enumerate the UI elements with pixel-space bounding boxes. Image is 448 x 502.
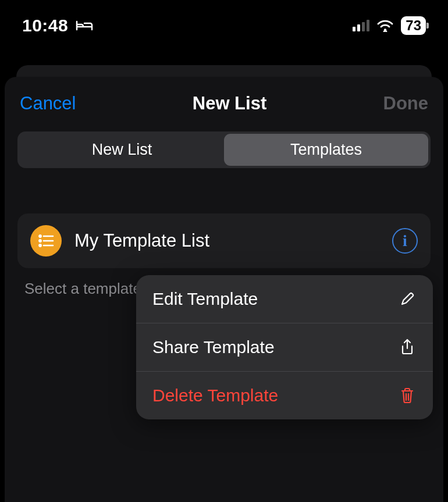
menu-label-edit: Edit Template	[152, 289, 258, 309]
context-menu: Edit Template Share Template Delete Temp…	[136, 275, 433, 419]
battery-level: 73	[406, 17, 421, 33]
menu-label-share: Share Template	[152, 337, 275, 357]
list-icon	[30, 225, 62, 257]
status-time: 10:48	[22, 16, 68, 35]
nav-bar: Cancel New List Done	[14, 77, 434, 131]
trash-icon	[398, 386, 417, 405]
svg-point-0	[384, 29, 386, 31]
tab-templates[interactable]: Templates	[224, 134, 428, 166]
page-title: New List	[193, 93, 266, 114]
cancel-button[interactable]: Cancel	[20, 93, 76, 114]
template-name-label: My Template List	[74, 230, 379, 251]
svg-point-3	[39, 240, 41, 241]
menu-item-edit[interactable]: Edit Template	[136, 275, 433, 323]
svg-point-1	[39, 235, 41, 237]
done-button[interactable]: Done	[383, 93, 429, 114]
segmented-control[interactable]: New List Templates	[17, 131, 431, 168]
share-icon	[398, 338, 417, 357]
menu-label-delete: Delete Template	[152, 386, 278, 405]
battery-indicator: 73	[401, 16, 426, 35]
status-right: 73	[353, 16, 426, 35]
menu-item-share[interactable]: Share Template	[136, 323, 433, 372]
tab-new-list[interactable]: New List	[20, 134, 224, 166]
status-bar: 10:48 73	[0, 0, 448, 47]
svg-point-5	[39, 244, 41, 246]
info-button[interactable]: i	[392, 228, 418, 254]
wifi-icon	[376, 19, 394, 32]
info-icon: i	[403, 232, 407, 250]
template-row[interactable]: My Template List i	[17, 213, 431, 268]
menu-item-delete[interactable]: Delete Template	[136, 372, 433, 419]
sleep-icon	[75, 19, 94, 33]
status-left: 10:48	[22, 16, 94, 35]
pencil-icon	[398, 290, 417, 308]
cellular-icon	[353, 20, 370, 31]
